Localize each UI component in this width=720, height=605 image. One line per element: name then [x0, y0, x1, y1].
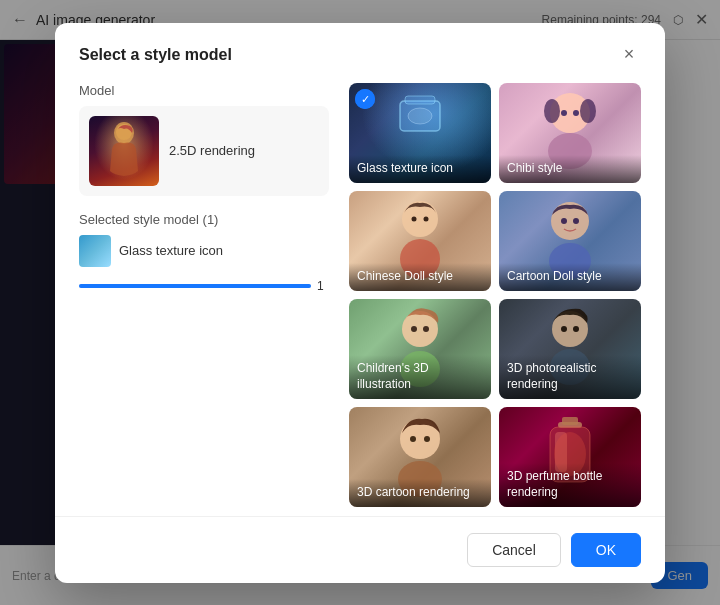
style-grid: ✓ Glass texture icon [349, 83, 641, 508]
dialog-footer: Cancel OK [55, 516, 665, 583]
svg-point-13 [412, 216, 417, 221]
glass-icon-svg [349, 91, 491, 151]
svg-point-9 [561, 110, 567, 116]
svg-point-8 [580, 99, 596, 123]
chinese-doll-card-label: Chinese Doll style [349, 263, 491, 291]
style-strength-slider[interactable] [79, 284, 311, 288]
model-card: 2.5D rendering [79, 106, 329, 196]
chibi-card-label: Chibi style [499, 155, 641, 183]
style-card-photorealistic[interactable]: 3D photorealistic rendering [499, 299, 641, 399]
cancel-button[interactable]: Cancel [467, 533, 561, 567]
svg-point-10 [573, 110, 579, 116]
selected-icon-image [79, 235, 111, 267]
selected-section: Selected style model (1) Glass texture i… [79, 212, 329, 293]
svg-rect-32 [562, 417, 578, 425]
svg-point-14 [424, 216, 429, 221]
model-thumb-image [89, 116, 159, 186]
glass-card-label: Glass texture icon [349, 155, 491, 183]
model-thumbnail [89, 116, 159, 186]
slider-fill [79, 284, 311, 288]
model-name: 2.5D rendering [169, 143, 255, 158]
selected-section-label: Selected style model (1) [79, 212, 329, 227]
selected-check: ✓ [355, 89, 375, 109]
svg-point-4 [408, 108, 432, 124]
dialog-title: Select a style model [79, 46, 232, 64]
style-model-dialog: Select a style model × Model [55, 23, 665, 583]
ok-button[interactable]: OK [571, 533, 641, 567]
style-card-perfume[interactable]: 3D perfume bottle rendering [499, 407, 641, 507]
svg-point-26 [573, 326, 579, 332]
model-section: Model [79, 83, 329, 196]
perfume-card-label: 3D perfume bottle rendering [499, 463, 641, 506]
svg-rect-3 [405, 96, 435, 104]
svg-point-22 [423, 326, 429, 332]
figure-icon [104, 121, 144, 181]
selected-item-icon [79, 235, 111, 267]
svg-point-18 [573, 218, 579, 224]
slider-row: 1 [79, 279, 329, 293]
left-panel: Model [79, 83, 329, 508]
cartoon-render-card-label: 3D cartoon rendering [349, 479, 491, 507]
svg-point-25 [561, 326, 567, 332]
style-card-children-3d[interactable]: Children's 3D illustration [349, 299, 491, 399]
children-3d-card-label: Children's 3D illustration [349, 355, 491, 398]
cartoon-doll-card-label: Cartoon Doll style [499, 263, 641, 291]
selected-item-name: Glass texture icon [119, 243, 329, 258]
svg-point-7 [544, 99, 560, 123]
style-card-chibi[interactable]: Chibi style [499, 83, 641, 183]
style-card-cartoon-doll[interactable]: Cartoon Doll style [499, 191, 641, 291]
dialog-close-button[interactable]: × [617, 43, 641, 67]
style-card-glass[interactable]: ✓ Glass texture icon [349, 83, 491, 183]
dialog-body: Model [55, 83, 665, 508]
modal-overlay: Select a style model × Model [0, 0, 720, 605]
model-section-label: Model [79, 83, 329, 98]
photorealistic-card-label: 3D photorealistic rendering [499, 355, 641, 398]
slider-value: 1 [317, 279, 329, 293]
svg-point-17 [561, 218, 567, 224]
style-card-chinese-doll[interactable]: Chinese Doll style [349, 191, 491, 291]
svg-point-30 [424, 436, 430, 442]
style-card-cartoon-render[interactable]: 3D cartoon rendering [349, 407, 491, 507]
svg-point-29 [410, 436, 416, 442]
svg-point-21 [411, 326, 417, 332]
style-grid-panel: ✓ Glass texture icon [349, 83, 641, 508]
selected-item: Glass texture icon [79, 235, 329, 267]
dialog-header: Select a style model × [55, 23, 665, 83]
